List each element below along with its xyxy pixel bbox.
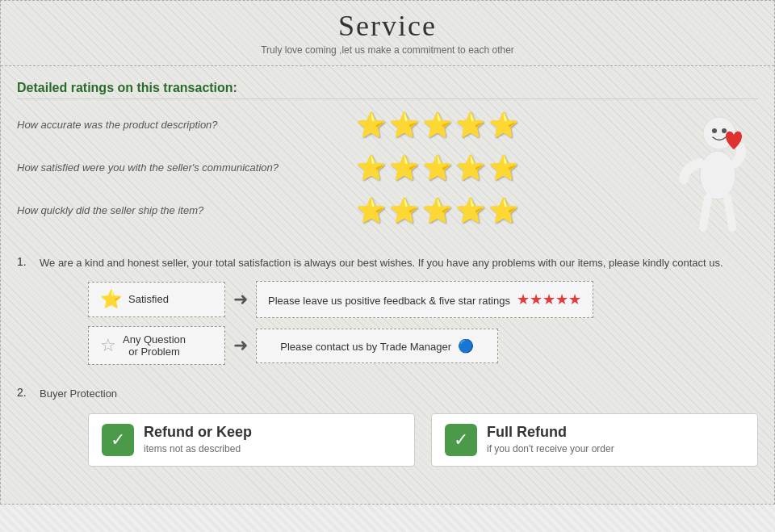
- full-refund-text: Full Refund if you don't receive your or…: [487, 424, 614, 455]
- stars-group-1: ⭐ ⭐ ⭐ ⭐ ⭐: [356, 111, 518, 139]
- list-item-1: 1. We are a kind and honest seller, your…: [17, 255, 758, 373]
- svg-point-3: [700, 151, 735, 199]
- svg-point-1: [712, 128, 717, 133]
- satisfied-box: ⭐ Satisfied: [88, 282, 225, 317]
- trade-manager-icon: 🔵: [458, 339, 474, 353]
- refund-or-keep-text: Refund or Keep items not as described: [144, 424, 252, 455]
- five-stars-icon: ★★★★★: [517, 291, 581, 308]
- satisfied-flow-row: ⭐ Satisfied ➜ Please leave us positive f…: [88, 281, 758, 319]
- header-divider: [1, 65, 774, 66]
- satisfaction-info: 1. We are a kind and honest seller, your…: [17, 255, 758, 467]
- list-text-2: Buyer Protection: [40, 386, 758, 402]
- page-header: Service Truly love coming ,let us make a…: [1, 1, 774, 59]
- star-2-4[interactable]: ⭐: [455, 153, 485, 182]
- mascot-svg: [669, 111, 750, 232]
- full-refund-sub: if you don't receive your order: [487, 443, 614, 455]
- star-2-1[interactable]: ⭐: [356, 153, 386, 182]
- list-number-2: 2.: [17, 386, 33, 467]
- main-content: Detailed ratings on this transaction: Ho…: [1, 73, 774, 488]
- protection-row: ✓ Refund or Keep items not as described …: [88, 413, 758, 467]
- page-title: Service: [1, 9, 774, 43]
- svg-point-2: [722, 128, 727, 133]
- list-number-1: 1.: [17, 255, 33, 373]
- refund-checkmark-icon: ✓: [102, 424, 134, 456]
- star-3-4[interactable]: ⭐: [455, 196, 485, 224]
- rating-question-3: How quickly did the seller ship the item…: [17, 204, 340, 216]
- question-star-icon: ☆: [100, 335, 116, 356]
- rating-question-1: How accurate was the product description…: [17, 119, 340, 131]
- page-subtitle: Truly love coming ,let us make a commitm…: [1, 44, 774, 56]
- satisfied-star-icon: ⭐: [100, 289, 122, 310]
- ratings-table: How accurate was the product description…: [17, 111, 661, 239]
- refund-or-keep-sub: items not as described: [144, 443, 241, 455]
- mascot-container: [661, 111, 758, 232]
- satisfied-result-text: Please leave us positive feedback & five…: [268, 295, 510, 307]
- full-refund-checkmark-icon: ✓: [445, 424, 477, 456]
- star-2-2[interactable]: ⭐: [389, 153, 419, 182]
- page-wrapper: Service Truly love coming ,let us make a…: [0, 0, 775, 505]
- satisfied-arrow-icon: ➜: [233, 289, 248, 310]
- star-2-3[interactable]: ⭐: [422, 153, 452, 182]
- star-3-5[interactable]: ⭐: [488, 196, 518, 224]
- star-3-3[interactable]: ⭐: [422, 196, 452, 224]
- list-content-1: We are a kind and honest seller, your to…: [40, 255, 758, 373]
- list-item-2: 2. Buyer Protection ✓ Refund or Keep ite…: [17, 386, 758, 467]
- star-3-2[interactable]: ⭐: [389, 196, 419, 224]
- satisfied-label: Satisfied: [128, 293, 169, 305]
- question-result: Please contact us by Trade Manager 🔵: [256, 329, 498, 364]
- star-2-5[interactable]: ⭐: [488, 153, 518, 182]
- question-result-text: Please contact us by Trade Manager: [280, 341, 451, 353]
- question-label: Any Question or Problem: [123, 333, 186, 358]
- star-1-1[interactable]: ⭐: [356, 111, 386, 139]
- rating-question-2: How satisfied were you with the seller's…: [17, 161, 340, 174]
- list-content-2: Buyer Protection ✓ Refund or Keep items …: [40, 386, 758, 467]
- rating-row-3: How quickly did the seller ship the item…: [17, 196, 661, 224]
- star-1-5[interactable]: ⭐: [488, 111, 518, 139]
- refund-or-keep-box: ✓ Refund or Keep items not as described: [88, 413, 415, 467]
- star-3-1[interactable]: ⭐: [356, 196, 386, 224]
- star-1-2[interactable]: ⭐: [389, 111, 419, 139]
- question-box: ☆ Any Question or Problem: [88, 326, 225, 365]
- question-flow-row: ☆ Any Question or Problem ➜ Please conta…: [88, 326, 758, 365]
- refund-or-keep-main: Refund or Keep: [144, 424, 252, 440]
- rating-row-2: How satisfied were you with the seller's…: [17, 153, 661, 182]
- satisfied-result: Please leave us positive feedback & five…: [256, 281, 593, 319]
- star-1-4[interactable]: ⭐: [455, 111, 485, 139]
- question-arrow-icon: ➜: [233, 335, 248, 356]
- rating-row-1: How accurate was the product description…: [17, 111, 661, 139]
- stars-group-2: ⭐ ⭐ ⭐ ⭐ ⭐: [356, 153, 518, 182]
- ratings-section: How accurate was the product description…: [17, 111, 758, 239]
- star-1-3[interactable]: ⭐: [422, 111, 452, 139]
- full-refund-main: Full Refund: [487, 424, 567, 440]
- list-text-1: We are a kind and honest seller, your to…: [40, 255, 758, 271]
- ratings-section-title: Detailed ratings on this transaction:: [17, 81, 758, 99]
- stars-group-3: ⭐ ⭐ ⭐ ⭐ ⭐: [356, 196, 518, 224]
- full-refund-box: ✓ Full Refund if you don't receive your …: [431, 413, 758, 467]
